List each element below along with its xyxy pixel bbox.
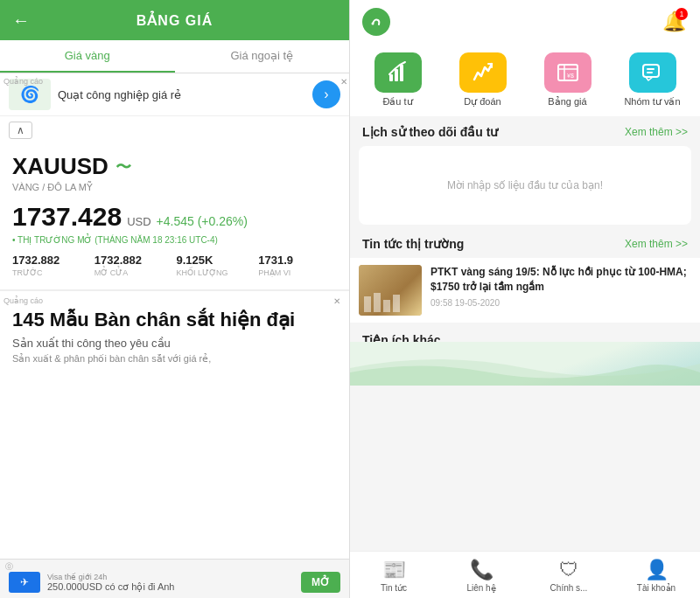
stat-pham-vi-value: 1731.9 [258,254,337,267]
logo-icon [366,11,387,32]
news-thumb-inner-0 [359,265,422,316]
news-thumb-0 [359,265,422,316]
stat-khoi-luong-label: KHỐI LƯỢNG [177,268,256,277]
news-title: Tin tức thị trường [362,237,464,251]
menu-label-nhom-tu-van: Nhóm tư vấn [624,96,680,108]
menu-icon-dau-tu [374,52,422,93]
ad2-title: 145 Mẫu Bàn chân sắt hiện đại [12,309,337,331]
menu-item-du-doan[interactable]: Dự đoán [444,52,522,108]
app-logo [362,8,390,36]
menu-item-bang-gia[interactable]: ¥$ Bảng giá [528,52,606,108]
ad-close-button-2[interactable]: ✕ [333,296,340,306]
price-symbol-row: XAUUSD 〜 [12,153,337,180]
stat-pham-vi: 1731.9 PHẠM VI [258,254,337,277]
left-panel: ← BẢNG GIÁ Giá vàng Giá ngoại tệ Quảng c… [0,0,350,598]
svg-rect-3 [395,69,398,81]
ad-close-button-1[interactable]: ✕ [340,77,347,87]
ad-label-2: Quảng cáo [4,296,325,305]
visa-icon: ✈ [20,576,29,588]
right-header: 🔔 1 [350,0,700,44]
svg-rect-4 [400,65,403,81]
bottom-ad-open-button[interactable]: MỞ [301,572,340,593]
stat-truoc-value: 1732.882 [12,254,91,267]
chart-toggle-row: ∧ [0,116,349,144]
invest-icon [386,60,410,85]
menu-label-bang-gia: Bảng giá [548,96,586,108]
bottom-ad-text: Visa thế giới 24h 250.000USD có cơ hội đ… [47,573,294,593]
nav-label-tai-khoan: Tài khoản [637,583,676,593]
ad-banner-2: Quảng cáo ✕ 145 Mẫu Bàn chân sắt hiện đạ… [0,290,349,375]
nav-chinh-sach[interactable]: 🛡 Chính s... [525,552,612,598]
bottom-ad-small-label: ⓪ [5,561,13,573]
price-change: +4.545 (+0.26%) [157,214,248,228]
market-status: • THỊ TRƯỜNG MỞ (THÁNG NĂM 18 23:16 UTC-… [12,235,337,245]
bottom-ad-visa-label: Visa thế giới 24h [47,573,294,581]
invest-history-box: Mời nhập số liệu đầu tư của bạn! [359,146,691,225]
wave-decoration [350,342,700,386]
bottom-nav: 📰 Tin tức 📞 Liên hệ 🛡 Chính s... 👤 Tài k… [350,551,700,598]
news-content-0: PTKT vàng sáng 19/5: Nỗ lực hồi phục từ … [430,265,691,316]
invest-history-empty: Mời nhập số liệu đầu tư của bạn! [447,179,603,191]
left-title: BẢNG GIÁ [136,12,213,29]
stat-mo-cua-value: 1732.882 [94,254,173,267]
nav-tai-khoan[interactable]: 👤 Tài khoản [612,552,700,598]
nav-tin-tuc[interactable]: 📰 Tin tức [350,552,438,598]
phone-nav-icon: 📞 [470,559,494,581]
nav-label-chinh-sach: Chính s... [550,583,588,593]
menu-label-dau-tu: Đầu tư [382,96,412,108]
price-main: 1737.428 [12,202,122,232]
price-unit: USD [127,215,150,228]
right-panel: 🔔 1 Đầu tư [350,0,700,598]
tab-gia-vang[interactable]: Giá vàng [0,40,175,73]
stat-pham-vi-label: PHẠM VI [258,268,337,277]
news-more[interactable]: Xem thêm >> [625,238,688,250]
spacer [350,386,700,551]
ad2-desc: Sản xuất & phân phối bàn chân sắt với gi… [12,353,337,365]
menu-icon-nhom-tu-van [629,52,676,93]
bottom-ad-desc: 250.000USD có cơ hội đi Anh [47,581,174,592]
bar-3 [383,300,390,312]
predict-icon [471,60,495,85]
bottom-ad: ⓪ ✈ Visa thế giới 24h 250.000USD có cơ h… [0,559,349,598]
ad-banner-1: Quảng cáo 🌀 Quạt công nghiệp giá rẻ › ✕ [0,73,349,116]
wave-svg [350,342,700,386]
menu-item-nhom-tu-van[interactable]: Nhóm tư vấn [613,52,691,108]
menu-icon-du-doan [459,52,507,93]
invest-history-more[interactable]: Xem thêm >> [625,126,688,138]
ad-text-1: Quạt công nghiệp giá rẻ [58,88,305,101]
tab-gia-ngoai-te[interactable]: Giá ngoại tệ [175,40,350,73]
news-nav-icon: 📰 [382,559,406,581]
stat-truoc: 1732.882 TRƯỚC [12,254,91,277]
news-section-header: Tin tức thị trường Xem thêm >> [350,228,700,254]
notification-button[interactable]: 🔔 1 [660,8,688,36]
back-button[interactable]: ← [12,10,30,31]
user-nav-icon: 👤 [645,559,668,581]
price-section: XAUUSD 〜 VÀNG / ĐÔ LA MỸ 1737.428 USD +4… [0,144,349,290]
stat-truoc-label: TRƯỚC [12,268,91,277]
invest-history-title: Lịch sử theo dõi đầu tư [362,125,498,139]
chart-toggle-button[interactable]: ∧ [9,122,32,139]
bottom-ad-icon: ✈ [9,572,40,593]
stat-khoi-luong: 9.125K KHỐI LƯỢNG [177,254,256,277]
fan-icon: 🌀 [20,85,39,104]
news-title-0: PTKT vàng sáng 19/5: Nỗ lực hồi phục từ … [430,265,691,295]
price-board-icon: ¥$ [556,60,580,85]
menu-item-dau-tu[interactable]: Đầu tư [359,52,437,108]
svg-point-0 [368,13,385,31]
ad-arrow-button[interactable]: › [312,80,340,108]
news-item-0[interactable]: PTKT vàng sáng 19/5: Nỗ lực hồi phục từ … [350,258,700,323]
ad-label-1: Quảng cáo [4,77,43,86]
nav-label-lien-he: Liên hệ [466,583,495,593]
bar-2 [374,293,381,312]
right-body: Lịch sử theo dõi đầu tư Xem thêm >> Mời … [350,116,700,551]
trend-icon: 〜 [116,156,131,177]
stat-mo-cua-label: MỞ CỬA [94,268,173,277]
price-value-row: 1737.428 USD +4.545 (+0.26%) [12,202,337,232]
svg-rect-11 [643,65,659,77]
left-header: ← BẢNG GIÁ [0,0,349,40]
shield-nav-icon: 🛡 [559,559,578,581]
menu-icon-bang-gia: ¥$ [544,52,592,93]
notification-badge: 1 [676,8,688,20]
nav-lien-he[interactable]: 📞 Liên hệ [438,552,525,598]
invest-history-header: Lịch sử theo dõi đầu tư Xem thêm >> [350,116,700,143]
